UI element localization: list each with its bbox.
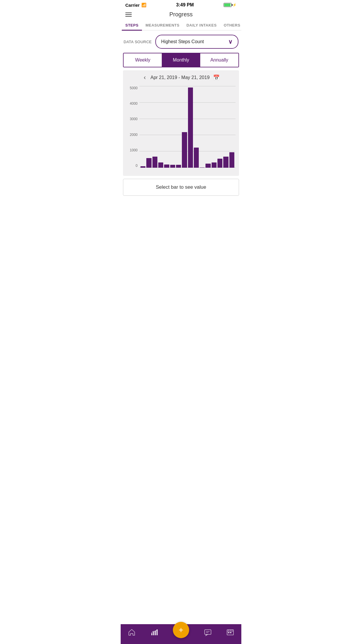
bar-item[interactable] — [205, 164, 210, 168]
status-bar: Carrier 📶 3:49 PM ⚡ — [121, 0, 241, 9]
bar-item[interactable] — [200, 167, 205, 168]
bar-item[interactable] — [229, 152, 234, 168]
date-nav: ‹ Apr 21, 2019 - May 21, 2019 📅 — [125, 74, 237, 81]
bar-item[interactable] — [212, 162, 217, 168]
tab-measurements[interactable]: MEASUREMENTS — [142, 20, 183, 30]
charging-icon: ⚡ — [232, 3, 237, 7]
menu-line-3 — [125, 16, 132, 17]
bar-item[interactable] — [170, 165, 175, 168]
bar-item[interactable] — [140, 166, 145, 168]
bar-item[interactable] — [164, 164, 169, 168]
menu-button[interactable] — [125, 13, 132, 17]
select-bar-hint: Select bar to see value — [123, 179, 239, 196]
menu-line-2 — [125, 14, 132, 15]
y-label-4000: 4000 — [126, 102, 139, 106]
y-label-2000: 2000 — [126, 133, 139, 137]
battery-indicator — [224, 3, 232, 7]
tab-others[interactable]: OTHERS — [220, 20, 241, 30]
data-source-label: DATA SOURCE — [124, 40, 152, 44]
bar-item[interactable] — [176, 165, 181, 168]
bar-chart: 5000 4000 3000 2000 1000 0 — [125, 86, 237, 174]
date-range-label: Apr 21, 2019 - May 21, 2019 — [150, 75, 210, 80]
bar-item[interactable] — [223, 157, 228, 168]
bars-wrapper — [139, 86, 236, 168]
tab-steps[interactable]: STEPS — [122, 20, 142, 31]
time-label: 3:49 PM — [176, 2, 194, 8]
period-selector: Weekly Monthly Annually — [123, 53, 239, 67]
chevron-down-icon: ∨ — [228, 38, 233, 45]
calendar-icon[interactable]: 📅 — [213, 74, 219, 81]
header: Progress — [121, 9, 241, 19]
data-source-dropdown[interactable]: Highest Steps Count ∨ — [155, 35, 238, 49]
y-axis: 5000 4000 3000 2000 1000 0 — [126, 86, 139, 174]
y-label-3000: 3000 — [126, 117, 139, 121]
y-label-0: 0 — [126, 164, 139, 168]
bar-item[interactable] — [146, 158, 151, 168]
bar-item[interactable] — [217, 159, 222, 168]
bar-item[interactable] — [188, 88, 193, 168]
wifi-icon: 📶 — [141, 3, 146, 7]
battery-fill — [224, 4, 231, 6]
menu-line-1 — [125, 13, 132, 13]
y-label-1000: 1000 — [126, 148, 139, 152]
period-weekly[interactable]: Weekly — [124, 53, 162, 67]
chart-area — [139, 86, 236, 174]
prev-period-button[interactable]: ‹ — [143, 74, 147, 81]
status-left: Carrier 📶 — [125, 3, 146, 8]
status-right: ⚡ — [224, 3, 237, 7]
tab-daily-intakes[interactable]: DAILY INTAKES — [183, 20, 220, 30]
period-annually[interactable]: Annually — [200, 53, 238, 67]
carrier-label: Carrier — [125, 3, 140, 8]
period-monthly[interactable]: Monthly — [162, 53, 200, 67]
y-label-5000: 5000 — [126, 86, 139, 90]
chart-container: ‹ Apr 21, 2019 - May 21, 2019 📅 5000 400… — [123, 70, 239, 176]
bar-item[interactable] — [152, 157, 157, 168]
bar-item[interactable] — [182, 132, 187, 168]
bar-item[interactable] — [158, 162, 163, 168]
page-title: Progress — [169, 11, 193, 18]
data-source-selected: Highest Steps Count — [161, 39, 204, 44]
bar-item[interactable] — [194, 148, 199, 168]
select-bar-text: Select bar to see value — [156, 184, 206, 190]
data-source-row: DATA SOURCE Highest Steps Count ∨ — [121, 31, 241, 53]
nav-tabs: STEPS MEASUREMENTS DAILY INTAKES OTHERS — [121, 20, 241, 31]
